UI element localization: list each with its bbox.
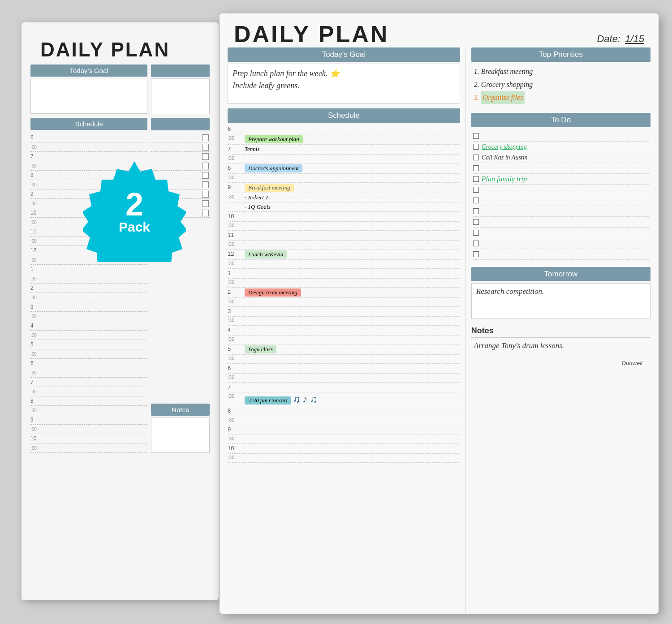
todo-item xyxy=(473,185,649,195)
priority-text: Organize files xyxy=(481,91,525,104)
event-design: Design team meeting xyxy=(245,288,301,297)
todo-item-grocery: Grocery shopping xyxy=(473,142,649,152)
schedule-row: 8 Doctor's appointment xyxy=(228,164,460,174)
priority-text: Breakfast meeting xyxy=(481,65,533,78)
checkbox-icon[interactable] xyxy=(473,208,479,214)
schedule-row: 3 xyxy=(228,307,460,317)
schedule-row: :30 xyxy=(228,374,460,383)
goal-line1: Prep lunch plan for the week. ⭐ xyxy=(233,68,455,80)
checkbox-icon[interactable] xyxy=(473,251,479,257)
schedule-row: :30 xyxy=(228,260,460,269)
goal-line2: Include leafy greens. xyxy=(233,80,455,92)
todo-item xyxy=(473,217,649,228)
schedule-row: 7 Tennis xyxy=(228,145,460,155)
schedule-row: 2 Design team meeting xyxy=(228,288,460,298)
scene: DAILY PLAN Today's Goal Schedule xyxy=(0,0,672,624)
checkbox-icon[interactable] xyxy=(473,144,479,150)
schedule-row: 4 xyxy=(228,326,460,336)
schedule-row: 10 xyxy=(228,444,460,454)
priority-item-highlight: 3. Organize files xyxy=(474,91,648,104)
back-schedule-header: Schedule xyxy=(30,118,147,130)
schedule-row: :30 Prepare workout plan xyxy=(228,134,460,145)
goal-header: Today's Goal xyxy=(228,47,460,62)
todo-item xyxy=(473,249,649,260)
dunwell-logo: Dunwell xyxy=(471,358,650,370)
todo-item xyxy=(473,163,649,174)
checkbox-icon[interactable] xyxy=(473,176,479,182)
schedule-row: 10 xyxy=(228,212,460,222)
front-pad: DAILY PLAN Date: 1/15 Today's Goal Prep … xyxy=(220,13,659,614)
checkbox-icon[interactable] xyxy=(473,133,479,139)
event-breakfast: Breakfast meeting xyxy=(245,184,294,192)
priority-item: 1. Breakfast meeting xyxy=(474,65,648,78)
priority-text: Grocery shopping xyxy=(481,78,533,91)
svg-text:Pack: Pack xyxy=(119,219,150,234)
priority-number: 3. xyxy=(474,91,479,104)
checkbox-icon[interactable] xyxy=(473,155,479,160)
tomorrow-header: Tomorrow xyxy=(471,267,650,281)
todo-item-callkaz: Call Kaz in Austin xyxy=(473,152,649,163)
schedule-row: 12 Lunch w/Kevin xyxy=(228,250,460,260)
schedule-row: :30 xyxy=(228,298,460,307)
todo-item xyxy=(473,206,649,217)
schedule-list: 6 :30 Prepare workout plan 7 Tennis xyxy=(228,125,460,463)
event-prepare-workout: Prepare workout plan xyxy=(245,135,303,143)
schedule-row: 11 xyxy=(228,231,460,241)
todo-text: Plan family trip xyxy=(482,175,527,183)
checkbox-icon[interactable] xyxy=(473,219,479,225)
todo-item xyxy=(473,131,649,142)
todo-item xyxy=(473,195,649,206)
checkbox-icon[interactable] xyxy=(473,165,479,171)
priorities-header: Top Priorities xyxy=(471,47,650,62)
back-goal-header: Today's Goal xyxy=(30,65,147,77)
schedule-row: 5 Yoga class xyxy=(228,344,460,355)
todo-header: To Do xyxy=(471,113,650,127)
schedule-row: :30 7:30 pm Concert ♫ ♪ ♫ xyxy=(228,392,460,406)
priority-item: 2. Grocery shopping xyxy=(474,78,648,91)
schedule-header: Schedule xyxy=(228,108,460,123)
priority-number: 1. xyxy=(474,65,479,78)
schedule-row: 6 xyxy=(228,125,460,134)
schedule-row: :30 - Robert Z. xyxy=(228,193,460,202)
checkbox-icon[interactable] xyxy=(473,230,479,236)
checkbox-icon[interactable] xyxy=(473,187,479,193)
back-pad-title: DAILY PLAN xyxy=(30,30,210,65)
event-concert: 7:30 pm Concert xyxy=(245,396,291,405)
back-notes-header: Notes xyxy=(151,404,210,416)
badge-container: 2 Pack xyxy=(83,159,186,264)
event-doctor: Doctor's appointment xyxy=(245,164,302,172)
schedule-row: :30 xyxy=(228,416,460,425)
priorities-list: 1. Breakfast meeting 2. Grocery shopping… xyxy=(471,64,650,108)
music-notes-icon: ♫ ♪ ♫ xyxy=(293,393,317,405)
tomorrow-content: Research competition. xyxy=(471,283,650,319)
date-value: 1/15 xyxy=(625,33,644,44)
front-pad-title: DAILY PLAN xyxy=(234,21,389,47)
schedule-row: :30 xyxy=(228,435,460,444)
event-yoga: Yoga class xyxy=(245,345,276,353)
schedule-row: :30 xyxy=(228,355,460,364)
back-pad: DAILY PLAN Today's Goal Schedule xyxy=(22,22,219,600)
schedule-row: :30 xyxy=(228,222,460,231)
schedule-row: 8 xyxy=(228,406,460,416)
svg-text:2: 2 xyxy=(125,186,143,222)
schedule-row: :30 xyxy=(228,279,460,288)
goal-content: Prep lunch plan for the week. ⭐ Include … xyxy=(228,64,460,104)
schedule-row: 9 Breakfast meeting xyxy=(228,183,460,193)
checkbox-icon[interactable] xyxy=(473,198,479,203)
schedule-row: 7 xyxy=(228,383,460,392)
schedule-row: 1 xyxy=(228,269,460,279)
schedule-row: :30 xyxy=(228,317,460,326)
schedule-row: :30 xyxy=(228,174,460,183)
todo-text: Call Kaz in Austin xyxy=(482,154,528,161)
todo-item xyxy=(473,228,649,238)
schedule-row: :30 xyxy=(228,155,460,164)
date-line: Date: 1/15 xyxy=(597,33,644,45)
checkbox-icon[interactable] xyxy=(473,241,479,246)
todo-item xyxy=(473,238,649,249)
schedule-row: :30 xyxy=(228,241,460,250)
todo-item-family: Plan family trip xyxy=(473,174,649,185)
schedule-row: :30 xyxy=(228,454,460,463)
notes-label: Notes xyxy=(471,324,650,337)
schedule-row: 6 xyxy=(228,364,460,374)
starburst-icon: 2 Pack xyxy=(83,159,186,262)
